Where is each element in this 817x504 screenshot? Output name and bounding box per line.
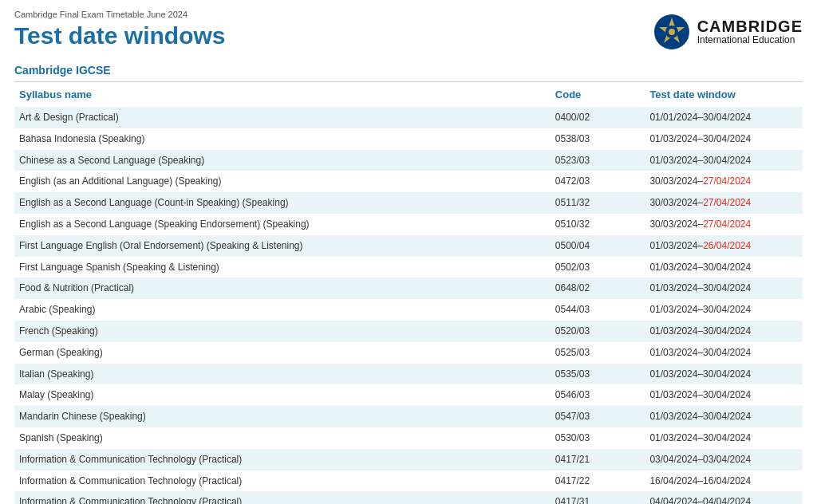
cell-code: 0544/03 [551,299,645,321]
table-row: First Language English (Oral Endorsement… [14,235,803,257]
cell-date: 01/03/2024–30/04/2024 [645,150,803,171]
cell-date: 01/03/2024–30/04/2024 [645,257,803,278]
cell-syllabus-name: First Language English (Oral Endorsement… [14,235,551,257]
table-row: English (as an Additional Language) (Spe… [14,171,803,192]
cell-syllabus-name: English (as an Additional Language) (Spe… [14,171,551,192]
cell-date: 16/04/2024–16/04/2024 [645,471,803,492]
cell-syllabus-name: French (Speaking) [14,321,551,342]
cell-syllabus-name: Mandarin Chinese (Speaking) [14,406,551,427]
table-row: Food & Nutrition (Practical)0648/0201/03… [14,278,803,299]
cell-syllabus-name: Art & Design (Practical) [14,107,551,128]
table-row: Information & Communication Technology (… [14,491,803,504]
date-end-highlight: 26/04/2024 [703,240,751,251]
table-header-row: Syllabus name Code Test date window [14,82,803,107]
date-end-highlight: 27/04/2024 [703,197,751,208]
table-row: Bahasa Indonesia (Speaking)0538/0301/03/… [14,128,803,150]
cell-syllabus-name: Information & Communication Technology (… [14,449,551,471]
table-row: First Language Spanish (Speaking & Liste… [14,257,803,278]
date-start: 01/03/2024– [649,240,703,251]
cell-syllabus-name: German (Speaking) [14,342,551,364]
date-end-highlight: 27/04/2024 [703,175,751,187]
col-header-date: Test date window [645,82,803,107]
cell-syllabus-name: Italian (Speaking) [14,364,551,385]
cell-code: 0417/22 [551,471,645,492]
section-header: Cambridge IGCSE [14,64,803,77]
cell-code: 0520/03 [551,321,645,342]
cell-syllabus-name: First Language Spanish (Speaking & Liste… [14,257,551,278]
cell-date: 01/03/2024–30/04/2024 [645,427,803,449]
page-container: Cambridge Final Exam Timetable June 2024… [0,0,817,504]
cell-code: 0511/32 [551,192,645,214]
top-left: Cambridge Final Exam Timetable June 2024… [14,10,225,49]
cell-code: 0502/03 [551,257,645,278]
cell-code: 0546/03 [551,384,645,406]
date-start: 30/03/2024– [649,175,703,187]
main-title: Test date windows [14,22,225,49]
table-row: Spanish (Speaking)0530/0301/03/2024–30/0… [14,427,803,449]
svg-point-3 [669,29,675,35]
logo-intl-text: International Education [697,35,803,45]
table-row: English as a Second Language (Count-in S… [14,192,803,214]
cell-date: 01/03/2024–30/04/2024 [645,342,803,364]
date-end-highlight: 27/04/2024 [703,219,751,230]
cell-date: 30/03/2024–27/04/2024 [645,214,803,235]
top-bar: Cambridge Final Exam Timetable June 2024… [14,10,803,51]
cell-date: 01/01/2024–30/04/2024 [645,107,803,128]
timetable: Syllabus name Code Test date window Art … [14,82,803,504]
subtitle: Cambridge Final Exam Timetable June 2024 [14,10,225,19]
cell-code: 0535/03 [551,364,645,385]
date-start: 30/03/2024– [649,219,703,230]
cambridge-logo-icon [653,13,691,51]
cell-date: 01/03/2024–30/04/2024 [645,128,803,150]
cell-code: 0472/03 [551,171,645,192]
cell-date: 01/03/2024–30/04/2024 [645,321,803,342]
cell-syllabus-name: English as a Second Language (Speaking E… [14,214,551,235]
cell-date: 01/03/2024–30/04/2024 [645,406,803,427]
cell-code: 0530/03 [551,427,645,449]
cell-code: 0510/32 [551,214,645,235]
cell-syllabus-name: Food & Nutrition (Practical) [14,278,551,299]
table-row: German (Speaking)0525/0301/03/2024–30/04… [14,342,803,364]
cell-syllabus-name: Information & Communication Technology (… [14,491,551,504]
logo-cambridge-text: CAMBRIDGE [697,18,803,35]
cell-date: 01/03/2024–30/04/2024 [645,364,803,385]
cell-code: 0417/31 [551,491,645,504]
table-row: Malay (Speaking)0546/0301/03/2024–30/04/… [14,384,803,406]
cell-date: 30/03/2024–27/04/2024 [645,171,803,192]
cell-syllabus-name: Malay (Speaking) [14,384,551,406]
table-row: English as a Second Language (Speaking E… [14,214,803,235]
cell-code: 0400/02 [551,107,645,128]
cell-date: 04/04/2024–04/04/2024 [645,491,803,504]
cell-date: 30/03/2024–27/04/2024 [645,192,803,214]
cell-code: 0500/04 [551,235,645,257]
logo-area: CAMBRIDGE International Education [653,13,803,51]
col-header-code: Code [551,82,645,107]
table-row: Mandarin Chinese (Speaking)0547/0301/03/… [14,406,803,427]
cell-syllabus-name: Arabic (Speaking) [14,299,551,321]
cell-date: 01/03/2024–30/04/2024 [645,278,803,299]
cell-syllabus-name: Bahasa Indonesia (Speaking) [14,128,551,150]
table-row: Chinese as a Second Language (Speaking)0… [14,150,803,171]
cell-date: 01/03/2024–30/04/2024 [645,384,803,406]
cell-date: 01/03/2024–26/04/2024 [645,235,803,257]
table-row: Information & Communication Technology (… [14,471,803,492]
logo-text: CAMBRIDGE International Education [697,18,803,45]
cell-date: 01/03/2024–30/04/2024 [645,299,803,321]
cell-code: 0417/21 [551,449,645,471]
cell-code: 0648/02 [551,278,645,299]
cell-code: 0523/03 [551,150,645,171]
date-start: 30/03/2024– [649,197,703,208]
cell-code: 0538/03 [551,128,645,150]
col-header-name: Syllabus name [14,82,551,107]
cell-code: 0525/03 [551,342,645,364]
table-row: Information & Communication Technology (… [14,449,803,471]
cell-syllabus-name: Chinese as a Second Language (Speaking) [14,150,551,171]
table-row: Arabic (Speaking)0544/0301/03/2024–30/04… [14,299,803,321]
cell-syllabus-name: Information & Communication Technology (… [14,471,551,492]
table-row: Art & Design (Practical)0400/0201/01/202… [14,107,803,128]
cell-code: 0547/03 [551,406,645,427]
table-row: Italian (Speaking)0535/0301/03/2024–30/0… [14,364,803,385]
cell-date: 03/04/2024–03/04/2024 [645,449,803,471]
cell-syllabus-name: Spanish (Speaking) [14,427,551,449]
cell-syllabus-name: English as a Second Language (Count-in S… [14,192,551,214]
